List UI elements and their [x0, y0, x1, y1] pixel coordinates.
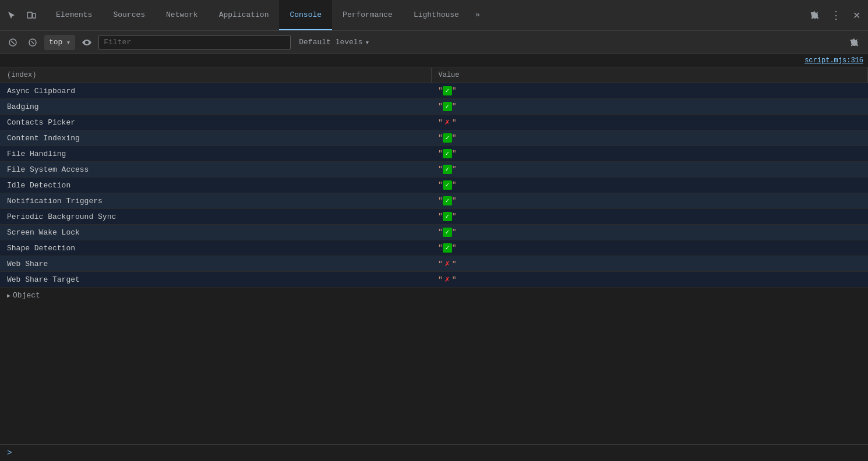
- tab-sources[interactable]: Sources: [103, 0, 156, 30]
- table-row: Periodic Background Sync"✓": [0, 209, 868, 225]
- object-row[interactable]: ▶ Object: [0, 288, 868, 303]
- col-value-header: Value: [431, 68, 868, 83]
- cell-value: "✓": [431, 240, 868, 256]
- cell-value: "✓": [431, 225, 868, 240]
- table-row: Badging"✓": [0, 99, 868, 115]
- tab-bar-right-icons: ⋮ ✕: [805, 6, 866, 24]
- close-icon-btn[interactable]: ✕: [847, 6, 866, 24]
- table-row: Notification Triggers"✓": [0, 193, 868, 209]
- col-index-header: (index): [0, 68, 431, 83]
- cell-value: "✓": [431, 83, 868, 99]
- table-row: File System Access"✓": [0, 162, 868, 178]
- settings-icon-btn[interactable]: [805, 6, 824, 24]
- cell-value: "✓": [431, 162, 868, 178]
- svg-rect-1: [33, 13, 36, 18]
- log-levels-btn[interactable]: Default levels ▾: [294, 36, 374, 49]
- device-toggle-btn[interactable]: [22, 6, 41, 24]
- table-row: Contacts Picker"✗": [0, 115, 868, 130]
- svg-line-3: [11, 41, 15, 44]
- table-row: Async Clipboard"✓": [0, 83, 868, 99]
- table-row: File Handling"✓": [0, 146, 868, 162]
- cross-icon: ✗: [443, 259, 452, 268]
- tab-bar-left-icons: [2, 6, 41, 24]
- cursor-icon-btn[interactable]: [2, 6, 21, 24]
- context-selector[interactable]: top ▾: [44, 35, 75, 50]
- svg-line-5: [31, 41, 34, 44]
- tab-bar: Elements Sources Network Application Con…: [0, 0, 868, 31]
- settings-console-icon-btn[interactable]: [845, 33, 863, 52]
- tab-console[interactable]: Console: [279, 0, 332, 30]
- cell-index: Screen Wake Lock: [0, 225, 431, 240]
- script-link-bar: script.mjs:316: [0, 54, 868, 68]
- cell-index: Contacts Picker: [0, 115, 431, 130]
- script-link[interactable]: script.mjs:316: [805, 56, 863, 65]
- table-row: Screen Wake Lock"✓": [0, 225, 868, 240]
- cell-index: Shape Detection: [0, 240, 431, 256]
- check-icon: ✓: [443, 180, 452, 190]
- svg-rect-0: [27, 12, 32, 18]
- eye-icon-btn[interactable]: [79, 34, 95, 51]
- table-row: Web Share Target"✗": [0, 272, 868, 288]
- filter-input[interactable]: [98, 35, 291, 50]
- cell-index: Idle Detection: [0, 178, 431, 193]
- check-icon: ✓: [443, 196, 452, 205]
- cross-icon: ✗: [443, 275, 452, 284]
- cell-index: Notification Triggers: [0, 193, 431, 209]
- cell-index: Async Clipboard: [0, 83, 431, 99]
- more-options-icon-btn[interactable]: ⋮: [826, 6, 845, 24]
- cell-index: Web Share: [0, 256, 431, 272]
- cell-index: Periodic Background Sync: [0, 209, 431, 225]
- cell-value: "✓": [431, 99, 868, 115]
- tab-application[interactable]: Application: [209, 0, 280, 30]
- cell-value: "✓": [431, 146, 868, 162]
- cross-icon: ✗: [443, 118, 452, 127]
- cell-index: Content Indexing: [0, 130, 431, 146]
- cell-index: Web Share Target: [0, 272, 431, 288]
- check-icon: ✓: [443, 212, 452, 221]
- cell-index: File System Access: [0, 162, 431, 178]
- filter-icon-btn[interactable]: [24, 34, 41, 51]
- table-row: Content Indexing"✓": [0, 130, 868, 146]
- prompt-arrow-icon: >: [7, 448, 12, 458]
- tab-lighthouse[interactable]: Lighthouse: [403, 0, 470, 30]
- table-row: Web Share"✗": [0, 256, 868, 272]
- cell-value: "✗": [431, 256, 868, 272]
- table-header: (index) Value: [0, 68, 868, 83]
- cell-value: "✓": [431, 178, 868, 193]
- cell-value: "✗": [431, 115, 868, 130]
- check-icon: ✓: [443, 149, 452, 158]
- tab-performance[interactable]: Performance: [332, 0, 403, 30]
- clear-console-btn[interactable]: [5, 34, 21, 51]
- data-table: (index) Value Async Clipboard"✓"Badging"…: [0, 68, 868, 288]
- object-label: Object: [13, 291, 40, 300]
- console-prompt: >: [0, 444, 868, 461]
- check-icon: ✓: [443, 165, 452, 174]
- cell-value: "✓": [431, 193, 868, 209]
- cell-index: Badging: [0, 99, 431, 115]
- table-row: Idle Detection"✓": [0, 178, 868, 193]
- cell-value: "✗": [431, 272, 868, 288]
- tab-more[interactable]: »: [470, 0, 486, 30]
- check-icon: ✓: [443, 86, 452, 95]
- tabs-container: Elements Sources Network Application Con…: [45, 0, 805, 30]
- tab-network[interactable]: Network: [156, 0, 209, 30]
- check-icon: ✓: [443, 133, 452, 143]
- console-output: (index) Value Async Clipboard"✓"Badging"…: [0, 68, 868, 444]
- cell-index: File Handling: [0, 146, 431, 162]
- table-body: Async Clipboard"✓"Badging"✓"Contacts Pic…: [0, 83, 868, 288]
- tab-elements[interactable]: Elements: [45, 0, 103, 30]
- check-icon: ✓: [443, 228, 452, 237]
- cell-value: "✓": [431, 130, 868, 146]
- cell-value: "✓": [431, 209, 868, 225]
- console-toolbar: top ▾ Default levels ▾: [0, 31, 868, 54]
- check-icon: ✓: [443, 102, 452, 111]
- table-row: Shape Detection"✓": [0, 240, 868, 256]
- check-icon: ✓: [443, 243, 452, 253]
- triangle-icon: ▶: [7, 292, 10, 299]
- console-prompt-input[interactable]: [16, 449, 861, 458]
